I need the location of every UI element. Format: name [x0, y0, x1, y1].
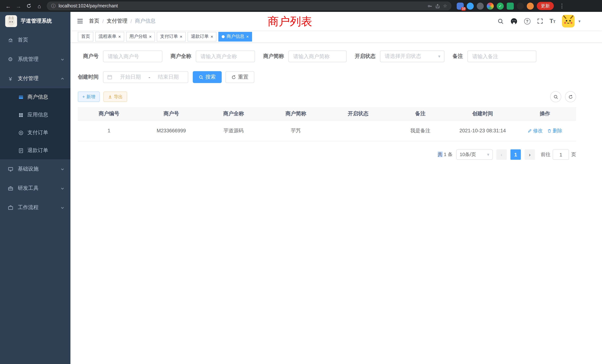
close-icon[interactable]: ×	[246, 34, 249, 39]
sidebar-item-infrastructure[interactable]: 基础设施	[0, 159, 70, 179]
fullscreen-icon[interactable]	[537, 18, 543, 24]
extension-icon-7[interactable]	[517, 2, 524, 10]
export-button[interactable]: 导出	[103, 92, 127, 102]
tab-refund-order[interactable]: 退款订单 ×	[188, 32, 216, 41]
avatar-caret-icon[interactable]: ▾	[579, 19, 580, 23]
tab-user-group[interactable]: 用户分组 ×	[126, 32, 155, 41]
url-text[interactable]: localhost:1024/pay/merchant	[59, 3, 424, 9]
monitor-icon	[7, 166, 13, 172]
browser-menu-icon[interactable]: ⋮	[557, 1, 567, 11]
merchant-card-icon	[18, 94, 24, 100]
merchant-no-label: 商户号	[78, 53, 103, 60]
browser-update-button[interactable]: 更新	[537, 2, 554, 10]
sidebar-item-workflow[interactable]: 工作流程	[0, 198, 70, 217]
full-name-label: 商户全称	[171, 53, 196, 60]
font-size-small: T	[553, 20, 556, 24]
font-size-icon[interactable]: TT	[549, 18, 556, 24]
bookmark-star-icon[interactable]: ☆	[443, 3, 447, 9]
tab-flow-form[interactable]: 流程表单 ×	[95, 32, 124, 41]
table-header: 商户全称	[202, 110, 265, 117]
refresh-table-button[interactable]	[565, 91, 576, 102]
reset-button[interactable]: 重置	[225, 71, 254, 83]
page-size-select[interactable]: 10条/页 ▾	[456, 149, 493, 160]
user-avatar[interactable]	[562, 15, 575, 27]
status-select[interactable]: 请选择开启状态 ▾	[380, 50, 444, 62]
table-header: 开启状态	[327, 110, 389, 117]
site-info-icon[interactable]: ⓘ	[51, 3, 56, 9]
toggle-search-button[interactable]	[550, 91, 561, 102]
back-icon[interactable]: ←	[3, 1, 13, 11]
sidebar-subitem-pay-order[interactable]: 支付订单	[0, 124, 70, 142]
breadcrumb-separator: /	[130, 18, 132, 24]
extension-icon-3[interactable]	[477, 2, 484, 10]
tab-label: 支付订单	[160, 33, 178, 40]
share-icon[interactable]	[435, 3, 440, 8]
remark-input[interactable]	[467, 50, 536, 62]
extension-icon-5[interactable]: ✓	[497, 2, 504, 10]
table-header: 商户简称	[265, 110, 327, 117]
sidebar-item-label: 工作流程	[18, 204, 39, 211]
sidebar-subitem-merchant-info[interactable]: 商户信息	[0, 88, 70, 106]
pagination: 共 1 条 10条/页 ▾ ‹ 1 › 前往 页	[78, 149, 576, 160]
close-icon[interactable]: ×	[180, 34, 182, 39]
table-header: 创建时间	[452, 110, 514, 117]
password-key-icon[interactable]	[427, 3, 432, 8]
short-name-label: 商户简称	[263, 53, 288, 60]
short-name-input[interactable]	[288, 50, 347, 62]
tab-home[interactable]: 首页	[78, 32, 93, 41]
help-icon[interactable]: ?	[524, 18, 530, 24]
gear-icon: ⚙	[7, 56, 13, 63]
edit-link[interactable]: 修改	[527, 127, 543, 134]
sidebar-item-system[interactable]: ⚙ 系统管理	[0, 50, 70, 69]
github-icon[interactable]	[510, 18, 517, 25]
full-name-input[interactable]	[196, 50, 255, 62]
sidebar-subitem-app-info[interactable]: 应用信息	[0, 106, 70, 124]
end-date-placeholder[interactable]: 结束日期	[152, 74, 184, 80]
search-button[interactable]: 搜索	[193, 71, 222, 83]
page-button-1[interactable]: 1	[510, 149, 521, 160]
cell-merchant-no: M233666999	[140, 128, 202, 133]
top-navbar: 首页 / 支付管理 / 商户信息 商户列表 ?	[70, 12, 602, 30]
table-header: 商户号	[140, 110, 202, 117]
reset-button-label: 重置	[238, 74, 248, 80]
extension-icon-1[interactable]: 10	[457, 2, 464, 10]
sidebar-item-label: 支付管理	[18, 75, 39, 82]
hamburger-icon[interactable]	[70, 17, 89, 25]
address-bar[interactable]: ⓘ localhost:1024/pay/merchant ☆	[47, 1, 452, 10]
breadcrumb-item[interactable]: 支付管理	[107, 18, 128, 24]
page-size-value: 10条/页	[460, 151, 476, 158]
sidebar-item-devtools[interactable]: 研发工具	[0, 179, 70, 198]
header-search-icon[interactable]	[497, 18, 504, 24]
merchant-no-input[interactable]	[103, 50, 162, 62]
add-button[interactable]: + 新增	[78, 92, 100, 102]
sidebar-item-home[interactable]: 首页	[0, 30, 70, 50]
extension-badge: 10	[461, 7, 466, 11]
close-icon[interactable]: ×	[118, 34, 121, 39]
breadcrumb-item[interactable]: 首页	[89, 18, 99, 24]
delete-link[interactable]: 删除	[547, 127, 562, 134]
forward-icon[interactable]: →	[13, 1, 24, 11]
close-icon[interactable]: ×	[149, 34, 152, 39]
refresh-icon[interactable]	[24, 1, 34, 11]
table-row: 1 M233666999 芋道源码 芋艿 我是备注 2021-10-23 08:…	[78, 120, 576, 141]
merchant-table: 商户编号 商户号 商户全称 商户简称 开启状态 备注 创建时间 操作 1 M23…	[78, 107, 576, 141]
sidebar-subitem-refund-order[interactable]: 退款订单	[0, 142, 70, 159]
profile-avatar[interactable]	[527, 2, 534, 10]
start-date-placeholder[interactable]: 开始日期	[115, 74, 146, 80]
tab-label: 首页	[81, 33, 90, 40]
tab-pay-order[interactable]: 支付订单 ×	[157, 32, 186, 41]
create-time-range-picker[interactable]: 开始日期 - 结束日期	[103, 71, 188, 83]
tab-merchant-info[interactable]: 商户信息 ×	[218, 32, 252, 41]
sidebar-item-payment[interactable]: ¥ 支付管理	[0, 69, 70, 88]
close-icon[interactable]: ×	[211, 34, 213, 39]
sidebar-subitem-label: 商户信息	[27, 94, 48, 100]
next-page-button[interactable]: ›	[525, 149, 535, 160]
table-header: 备注	[389, 110, 452, 117]
remark-label: 备注	[453, 53, 467, 60]
home-icon[interactable]: ⌂	[34, 1, 44, 11]
extension-icon-2[interactable]	[467, 2, 474, 10]
prev-page-button[interactable]: ‹	[496, 149, 507, 160]
extension-icon-6[interactable]	[507, 2, 514, 10]
goto-page-input[interactable]	[553, 149, 569, 160]
extension-icon-4[interactable]	[487, 2, 494, 10]
